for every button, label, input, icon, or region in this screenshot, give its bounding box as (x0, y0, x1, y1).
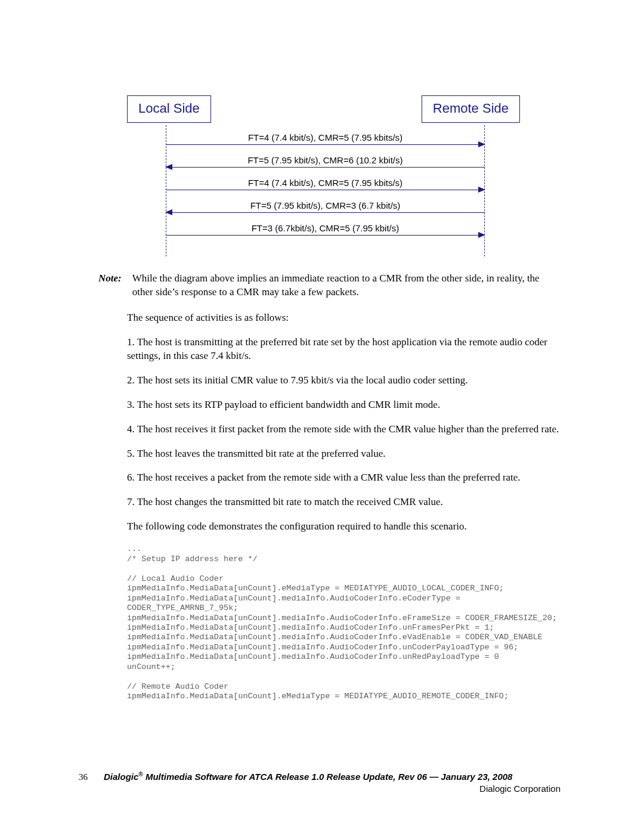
page-number: 36 (79, 772, 104, 782)
remote-side-box: Remote Side (422, 95, 520, 123)
diagram-row: FT=5 (7.95 kbit/s), CMR=3 (6.7 kbit/s) (166, 200, 485, 213)
paragraph: The following code demonstrates the conf… (127, 520, 561, 534)
diagram-row-label: FT=4 (7.4 kbit/s), CMR=5 (7.95 kbits/s) (166, 178, 485, 188)
note-block: Note: While the diagram above implies an… (98, 272, 561, 299)
body-text: The sequence of activities is as follows… (127, 311, 561, 534)
sequence-diagram: Local Side Remote Side FT=4 (7.4 kbit/s)… (127, 95, 561, 256)
paragraph: The sequence of activities is as follows… (127, 311, 561, 325)
paragraph: 5. The host leaves the transmitted bit r… (127, 447, 561, 461)
diagram-row-label: FT=4 (7.4 kbit/s), CMR=5 (7.95 kbits/s) (166, 132, 485, 143)
arrow-right-icon (478, 141, 485, 147)
diagram-row: FT=4 (7.4 kbit/s), CMR=5 (7.95 kbits/s) (166, 132, 485, 145)
arrow-right-icon (478, 187, 485, 193)
paragraph: 6. The host receives a packet from the r… (127, 471, 561, 485)
local-side-box: Local Side (127, 95, 211, 123)
diagram-row-label: FT=5 (7.95 kbit/s), CMR=6 (10.2 kbit/s) (166, 155, 485, 165)
local-lifeline (166, 125, 166, 256)
footer-title-prefix: Dialogic (104, 772, 138, 782)
registered-icon: ® (138, 771, 143, 778)
paragraph: 2. The host sets its initial CMR value t… (127, 374, 561, 388)
code-block: ... /* Setup IP address here */ // Local… (127, 544, 561, 702)
arrow-left-icon (165, 164, 172, 170)
note-text: While the diagram above implies an immed… (132, 272, 561, 299)
paragraph: 3. The host sets its RTP payload to effi… (127, 398, 561, 412)
diagram-row: FT=4 (7.4 kbit/s), CMR=5 (7.95 kbits/s) (166, 178, 485, 190)
arrow-left-icon (165, 209, 172, 215)
paragraph: 4. The host receives it first packet fro… (127, 423, 561, 436)
page-footer: 36Dialogic® Multimedia Software for ATCA… (79, 771, 561, 794)
paragraph: 7. The host changes the transmitted bit … (127, 496, 561, 509)
diagram-row-label: FT=5 (7.95 kbit/s), CMR=3 (6.7 kbit/s) (166, 200, 485, 210)
diagram-row-label: FT=3 (6.7kbit/s), CMR=5 (7.95 kbit/s) (166, 223, 485, 233)
footer-title: Multimedia Software for ATCA Release 1.0… (143, 772, 513, 782)
diagram-row: FT=5 (7.95 kbit/s), CMR=6 (10.2 kbit/s) (166, 155, 485, 168)
arrow-right-icon (478, 232, 485, 238)
note-label: Note: (98, 272, 122, 299)
diagram-row: FT=3 (6.7kbit/s), CMR=5 (7.95 kbit/s) (166, 223, 485, 236)
footer-company: Dialogic Corporation (79, 784, 561, 794)
paragraph: 1. The host is transmitting at the prefe… (127, 336, 561, 363)
